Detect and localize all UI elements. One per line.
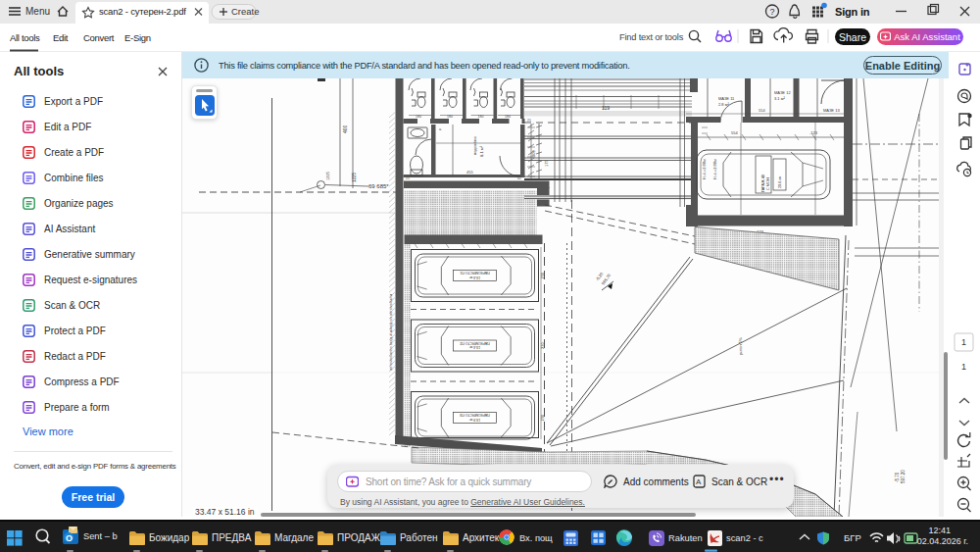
svg-text:400: 400 [342,125,348,133]
svg-text:554: 554 [731,130,738,135]
svg-text:554: 554 [759,108,765,113]
svg-text:автомобилен вход и изход на ав: автомобилен вход и изход на автомобили [388,294,393,371]
svg-text:180: 180 [505,115,511,119]
svg-text:МАЗЕ 13: МАЗЕ 13 [823,108,840,113]
svg-text:Edit: Edit [53,32,69,43]
svg-text:1225: 1225 [352,172,357,182]
svg-text:H₂б.=2.88м: H₂б.=2.88м [702,159,707,179]
svg-text:175: 175 [544,160,549,167]
svg-text:ПАРКОМЯСТО П3: ПАРКОМЯСТО П3 [460,413,490,417]
svg-text:119: 119 [602,105,610,111]
svg-text:Menu: Menu [25,6,50,17]
svg-text:?: ? [770,7,775,17]
svg-text:БГР: БГР [844,532,861,543]
svg-text:-123: -123 [809,130,818,135]
svg-text:180: 180 [416,115,421,119]
svg-text:02.04.2026 г.: 02.04.2026 г. [917,536,968,546]
svg-text:597.20: 597.20 [901,470,906,483]
svg-text:2.8 м²: 2.8 м² [718,102,729,107]
svg-text:3.1 м²: 3.1 м² [774,96,785,101]
svg-text:13.4 м²: 13.4 м² [468,345,480,349]
svg-text:02: 02 [517,176,521,180]
svg-text:С МОН: С МОН [766,177,770,190]
svg-text:All tools: All tools [10,32,40,43]
svg-text:20.6 м²: 20.6 м² [778,176,782,188]
svg-text:Rakuten: Rakuten [668,533,703,543]
svg-text:1: 1 [961,337,966,347]
svg-text:Create: Create [231,6,260,17]
svg-text:1225: 1225 [325,171,330,180]
svg-text:E-Sign: E-Sign [124,32,151,43]
svg-text:13.4 м²: 13.4 м² [468,276,480,279]
svg-text:scan2 - c: scan2 - c [726,533,763,543]
svg-text:Sign in: Sign in [835,6,870,18]
svg-text:455: 455 [466,170,473,175]
svg-text:H₂б.=2.88м: H₂б.=2.88м [712,159,717,179]
svg-text:180: 180 [447,115,453,119]
svg-text:-5.70: -5.70 [895,472,900,482]
svg-text:ПРОДАЖ: ПРОДАЖ [337,532,381,543]
svg-text:Convert: Convert [83,32,115,43]
svg-text:1: 1 [961,362,966,372]
svg-text:8.1 м²: 8.1 м² [479,145,484,157]
svg-text:Find text or tools: Find text or tools [619,32,684,42]
svg-text:подсобно: подсобно [472,136,477,155]
svg-text:ПРЕДВА: ПРЕДВА [212,532,252,543]
svg-text:A: A [696,477,702,486]
svg-text:ПАРКОМЯСТО П1: ПАРКОМЯСТО П1 [460,271,490,275]
svg-text:Божидар: Божидар [149,532,190,543]
svg-text:12:41: 12:41 [928,526,951,535]
svg-text:180: 180 [478,115,484,119]
svg-text:Магдале: Магдале [274,532,314,543]
svg-text:Работен: Работен [400,532,438,543]
svg-text:scan2 - сутерен-2.pdf: scan2 - сутерен-2.pdf [99,6,186,17]
svg-text:МАЗЕ 12: МАЗЕ 12 [774,90,791,95]
svg-text:13.9 м²: 13.9 м² [468,418,480,422]
svg-text:300: 300 [531,150,536,157]
svg-text:21: 21 [527,119,531,123]
svg-text:ГАРАЖ 40: ГАРАЖ 40 [761,175,765,192]
svg-text:21: 21 [406,176,410,180]
svg-text:69 685*: 69 685* [368,183,389,189]
svg-text:Вх. пощ: Вх. пощ [519,533,553,543]
svg-text:уклон 5%: уклон 5% [738,337,743,355]
svg-text:ПАРКОМЯСТО П2: ПАРКОМЯСТО П2 [460,341,490,345]
svg-text:МАЗЕ 11: МАЗЕ 11 [718,96,735,101]
